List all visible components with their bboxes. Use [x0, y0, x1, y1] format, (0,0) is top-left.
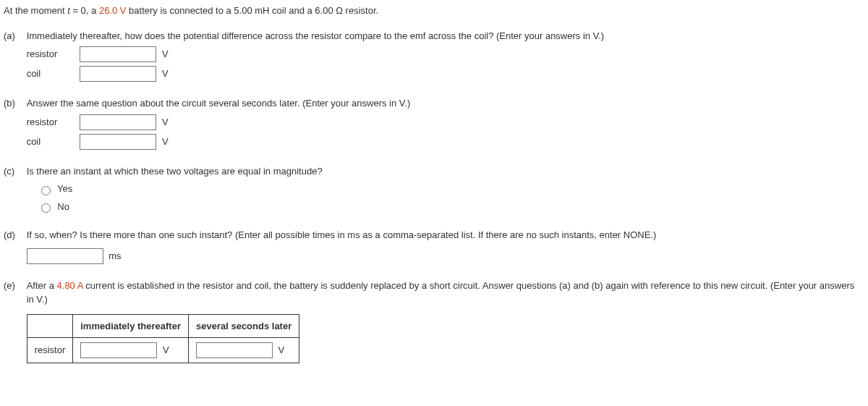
- part-b-coil-input[interactable]: [80, 134, 156, 150]
- part-e-current: 4.80 A: [57, 280, 83, 291]
- part-b-resistor-input[interactable]: [80, 114, 156, 130]
- part-a-label: (a): [4, 29, 24, 43]
- intro-prefix: At the moment: [4, 5, 67, 16]
- part-e-label: (e): [4, 279, 24, 293]
- table-col2-header: several seconds later: [188, 314, 299, 338]
- part-c-yes-radio[interactable]: [41, 186, 51, 195]
- part-c-no-label: No: [57, 201, 69, 212]
- part-a-resistor-unit: V: [162, 48, 169, 59]
- part-d-label: (d): [4, 228, 24, 242]
- part-e-question: After a 4.80 A current is established in…: [27, 279, 862, 307]
- part-c-label: (c): [4, 164, 24, 179]
- part-c-question: Is there an instant at which these two v…: [27, 164, 862, 179]
- part-a-coil-unit: V: [162, 68, 169, 79]
- part-c: (c) Is there an instant at which these t…: [4, 164, 864, 214]
- table-header-blank: [27, 314, 73, 338]
- part-b-question: Answer the same question about the circu…: [27, 96, 862, 111]
- part-b-resistor-unit: V: [162, 117, 169, 127]
- part-e-table: immediately thereafter several seconds l…: [27, 314, 300, 364]
- intro-voltage: 26.0 V: [99, 5, 127, 16]
- problem-intro: At the moment t = 0, a 26.0 V battery is…: [4, 4, 864, 18]
- part-d-unit: ms: [109, 250, 121, 261]
- part-e-q-prefix: After a: [27, 280, 57, 291]
- part-e-resistor-immediate-input[interactable]: [80, 342, 157, 358]
- part-a-coil-label: coil: [27, 67, 77, 81]
- table-row1-cell1: V: [73, 338, 189, 363]
- part-a-coil-input[interactable]: [80, 66, 156, 82]
- intro-equals: = 0, a: [70, 5, 99, 16]
- table-col1-header: immediately thereafter: [73, 314, 189, 338]
- part-e-q-suffix: current is established in the resistor a…: [27, 280, 855, 305]
- part-c-no-radio[interactable]: [41, 203, 51, 213]
- part-b-coil-label: coil: [27, 135, 77, 149]
- part-b-resistor-label: resistor: [27, 115, 77, 130]
- part-c-yes-label: Yes: [57, 183, 72, 194]
- part-c-no-option[interactable]: No: [38, 201, 69, 212]
- part-d-question: If so, when? Is there more than one such…: [27, 228, 862, 242]
- part-b-label: (b): [4, 96, 24, 111]
- part-c-yes-option[interactable]: Yes: [38, 183, 73, 194]
- part-b: (b) Answer the same question about the c…: [4, 96, 864, 150]
- part-e-unit1: V: [163, 344, 169, 355]
- part-e-unit2: V: [278, 344, 285, 355]
- part-a-question: Immediately thereafter, how does the pot…: [27, 29, 862, 43]
- part-d-input[interactable]: [27, 248, 103, 264]
- part-e-resistor-later-input[interactable]: [196, 342, 273, 358]
- part-a-resistor-input[interactable]: [80, 46, 156, 62]
- intro-mid1: battery is connected to a 5.00 mH coil a…: [127, 5, 379, 16]
- part-d: (d) If so, when? Is there more than one …: [4, 228, 864, 264]
- part-e: (e) After a 4.80 A current is establishe…: [4, 279, 864, 364]
- table-row1-cell2: V: [188, 338, 299, 363]
- table-row1-label: resistor: [27, 338, 73, 363]
- part-a-resistor-label: resistor: [27, 47, 77, 62]
- part-a: (a) Immediately thereafter, how does the…: [4, 29, 864, 83]
- part-b-coil-unit: V: [162, 136, 169, 147]
